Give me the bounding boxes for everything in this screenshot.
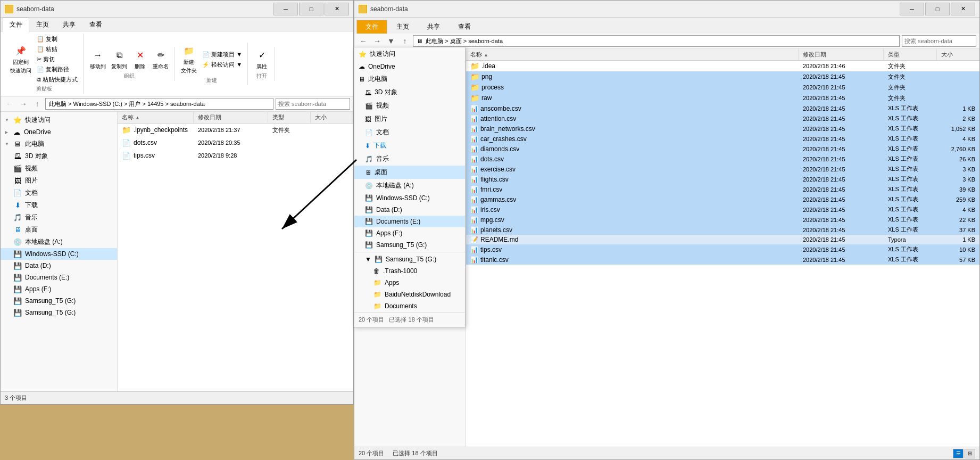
left-search-input[interactable] [276, 98, 350, 110]
right-maximize-btn[interactable]: □ [925, 3, 950, 15]
left-pin-btn[interactable]: 📌 固定到 快速访问 [8, 44, 34, 76]
left-tab-home[interactable]: 主页 [29, 18, 56, 31]
r-row-gammas[interactable]: 📊gammas.csv 2020/2/18 21:45 XLS 工作表 259 … [466, 194, 979, 204]
left-properties-btn[interactable]: ✓ 属性 [252, 48, 271, 71]
left-header-type[interactable]: 类型 [268, 112, 311, 123]
right-forward-btn[interactable]: → [371, 35, 383, 47]
left-easy-access-btn[interactable]: ⚡ 轻松访问 ▼ [200, 60, 244, 69]
left-header-size[interactable]: 大小 [311, 112, 353, 123]
nav-samsung-t5-expanded[interactable]: ▼ 💾 Samsung_T5 (G:) [354, 253, 465, 265]
left-sidebar-desktop[interactable]: 🖥 桌面 [1, 224, 117, 236]
left-maximize-btn[interactable]: □ [299, 3, 323, 15]
left-file-row-dots[interactable]: 📄 dots.csv 2020/2/18 20:35 [118, 136, 353, 149]
left-sidebar-onedrive[interactable]: ▶ ☁ OneDrive [1, 126, 117, 138]
right-header-type[interactable]: 类型 [884, 49, 937, 60]
left-copy-path-btn[interactable]: 📄 复制路径 [35, 65, 80, 74]
r-row-mpg[interactable]: 📊mpg.csv 2020/2/18 21:45 XLS 工作表 22 KB [466, 215, 979, 225]
right-header-date[interactable]: 修改日期 [799, 49, 884, 60]
left-copy-btn[interactable]: 📋 复制 [35, 35, 80, 44]
left-new-item-btn[interactable]: 📄 新建项目 ▼ [200, 50, 244, 59]
left-sidebar-apps-f[interactable]: 💾 Apps (F:) [1, 283, 117, 295]
right-address-box[interactable]: 🖥 此电脑 > 桌面 > seaborn-data [413, 35, 900, 47]
nav-trash[interactable]: 🗑 .Trash-1000 [354, 265, 465, 277]
right-close-btn[interactable]: ✕ [951, 3, 975, 15]
r-row-planets[interactable]: 📊planets.csv 2020/2/18 21:45 XLS 工作表 37 … [466, 225, 979, 235]
right-minimize-btn[interactable]: ─ [900, 3, 924, 15]
left-header-date[interactable]: 修改日期 [194, 112, 268, 123]
nav-documents[interactable]: 📄 文档 [354, 126, 465, 139]
right-back-btn[interactable]: ← [358, 35, 369, 47]
right-search-input[interactable] [902, 35, 976, 47]
r-row-process[interactable]: 📁process 2020/2/18 21:45 文件夹 [466, 82, 979, 93]
nav-baidu[interactable]: 📁 BaiduNetdiskDownload [354, 289, 465, 300]
left-sidebar-local-a[interactable]: 💿 本地磁盘 (A:) [1, 236, 117, 248]
left-address-box[interactable]: 此电脑 > Windows-SSD (C:) > 用户 > 14495 > se… [45, 98, 273, 110]
r-row-exercise[interactable]: 📊exercise.csv 2020/2/18 21:45 XLS 工作表 3 … [466, 164, 979, 174]
r-row-iris[interactable]: 📊iris.csv 2020/2/18 21:45 XLS 工作表 4 KB [466, 204, 979, 215]
left-tab-file[interactable]: 文件 [3, 18, 29, 31]
nav-music[interactable]: 🎵 音乐 [354, 152, 465, 166]
nav-apps-f[interactable]: 💾 Apps (F:) [354, 227, 465, 239]
left-sidebar-videos[interactable]: 🎬 视频 [1, 162, 117, 175]
r-row-idea[interactable]: 📁.idea 2020/2/18 21:46 文件夹 [466, 61, 979, 71]
right-header-size[interactable]: 大小 [937, 49, 979, 60]
left-sidebar-this-pc[interactable]: ▼ 🖥 此电脑 [1, 138, 117, 150]
left-sidebar-samsung-g1[interactable]: 💾 Samsung_T5 (G:) [1, 295, 117, 307]
left-forward-btn[interactable]: → [18, 98, 29, 110]
nav-onedrive[interactable]: ☁ OneDrive [354, 61, 465, 72]
left-file-row-ipynb[interactable]: 📁 .ipynb_checkpoints 2020/2/18 21:37 文件夹 [118, 124, 353, 136]
left-copy2-btn[interactable]: ⧉ 复制到 [109, 48, 129, 71]
left-rename-btn[interactable]: ✏ 重命名 [151, 48, 171, 71]
left-header-name[interactable]: 名称 ▲ [118, 112, 194, 123]
left-tab-share[interactable]: 共享 [56, 18, 82, 31]
r-row-diamonds[interactable]: 📊diamonds.csv 2020/2/18 21:45 XLS 工作表 2,… [466, 144, 979, 154]
right-tab-view[interactable]: 查看 [449, 20, 480, 34]
r-row-flights[interactable]: 📊flights.csv 2020/2/18 21:45 XLS 工作表 3 K… [466, 174, 979, 184]
r-row-attention[interactable]: 📊attention.csv 2020/2/18 21:45 XLS 工作表 2… [466, 113, 979, 124]
right-tab-file[interactable]: 文件 [356, 20, 387, 34]
nav-windows-ssd[interactable]: 💾 Windows-SSD (C:) [354, 192, 465, 204]
nav-videos[interactable]: 🎬 视频 [354, 99, 465, 112]
nav-this-pc[interactable]: 🖥 此电脑 [354, 72, 465, 86]
left-up-btn[interactable]: ↑ [31, 98, 43, 110]
left-sidebar-windows-ssd[interactable]: 💾 Windows-SSD (C:) [1, 248, 117, 260]
left-minimize-btn[interactable]: ─ [273, 3, 298, 15]
left-tab-view[interactable]: 查看 [82, 18, 109, 31]
nav-docs[interactable]: 📁 Documents [354, 300, 465, 312]
left-delete-btn[interactable]: ✕ 删除 [130, 48, 150, 71]
r-row-png[interactable]: 📁png 2020/2/18 21:45 文件夹 [466, 71, 979, 82]
nav-documents-e[interactable]: 💾 Documents (E:) [354, 216, 465, 227]
right-header-name[interactable]: 名称 ▲ [466, 49, 799, 60]
right-up-btn[interactable]: ↑ [399, 35, 411, 47]
left-sidebar-documents-e[interactable]: 💾 Documents (E:) [1, 272, 117, 283]
left-sidebar-documents[interactable]: 📄 文档 [1, 187, 117, 199]
nav-desktop[interactable]: 🖥 桌面 [354, 166, 465, 179]
r-row-titanic[interactable]: 📊titanic.csv 2020/2/18 21:45 XLS 工作表 57 … [466, 254, 979, 265]
r-row-dots[interactable]: 📊dots.csv 2020/2/18 21:45 XLS 工作表 26 KB [466, 154, 979, 164]
left-back-btn[interactable]: ← [4, 98, 15, 110]
right-grid-view-btn[interactable]: ⊞ [965, 449, 975, 458]
right-tab-share[interactable]: 共享 [418, 20, 449, 34]
r-row-readme[interactable]: 📝README.md 2020/2/18 21:45 Typora 1 KB [466, 235, 979, 244]
nav-3d[interactable]: 🗳 3D 对象 [354, 86, 465, 99]
right-list-view-btn[interactable]: ☰ [953, 449, 964, 458]
left-sidebar-downloads[interactable]: ⬇ 下载 [1, 199, 117, 211]
left-paste-shortcut-btn[interactable]: ⧉ 粘贴快捷方式 [35, 75, 80, 84]
nav-downloads[interactable]: ⬇ 下载 [354, 139, 465, 152]
left-sidebar-3d[interactable]: 🗳 3D 对象 [1, 150, 117, 162]
nav-local-a[interactable]: 💿 本地磁盘 (A:) [354, 179, 465, 192]
nav-pictures[interactable]: 🖼 图片 [354, 112, 465, 126]
left-cut-btn[interactable]: ✂ 剪切 [35, 55, 80, 64]
left-file-row-tips[interactable]: 📄 tips.csv 2020/2/18 9:28 [118, 149, 353, 162]
nav-apps[interactable]: 📁 Apps [354, 277, 465, 289]
left-sidebar-quick-access[interactable]: ▼ ⭐ 快速访问 [1, 114, 117, 126]
left-move-btn[interactable]: → 移动到 [88, 48, 108, 71]
left-sidebar-music[interactable]: 🎵 音乐 [1, 211, 117, 224]
left-new-folder-btn[interactable]: 📁 新建 文件夹 [179, 44, 199, 76]
left-close-btn[interactable]: ✕ [325, 3, 349, 15]
left-sidebar-data-d[interactable]: 💾 Data (D:) [1, 260, 117, 272]
r-row-tips[interactable]: 📊tips.csv 2020/2/18 21:45 XLS 工作表 10 KB [466, 244, 979, 254]
r-row-anscombe[interactable]: 📊anscombe.csv 2020/2/18 21:45 XLS 工作表 1 … [466, 103, 979, 113]
left-sidebar-pictures[interactable]: 🖼 图片 [1, 175, 117, 187]
nav-quick-access[interactable]: ⭐ 快速访问 [354, 47, 465, 61]
